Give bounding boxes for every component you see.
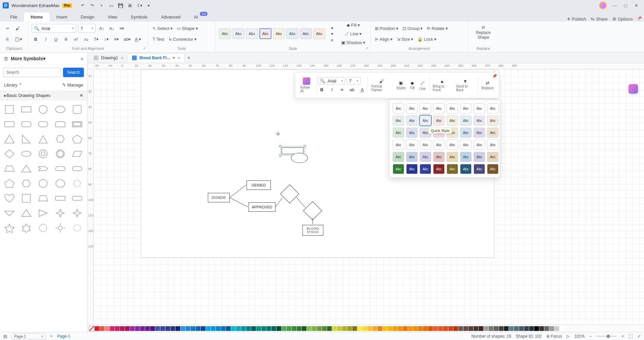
style-gallery-more[interactable]: ≡: [328, 37, 336, 43]
shape-star4b[interactable]: [70, 207, 84, 219]
shape-star5[interactable]: [3, 222, 16, 234]
style-gallery[interactable]: Abc Abc Abc Abc Abc Abc Abc Abc: [219, 28, 325, 39]
shrink-font-button[interactable]: A↓: [108, 24, 116, 32]
category-header[interactable]: ▸ Basic Drawing Shapes ✕: [0, 90, 87, 101]
tab-file[interactable]: File: [3, 12, 24, 22]
shape-rect[interactable]: [20, 103, 33, 115]
shape-star7[interactable]: [36, 222, 50, 234]
quick-style-cell[interactable]: Abc: [393, 140, 404, 150]
shape-pill[interactable]: [36, 118, 50, 130]
replace-shape-button[interactable]: ⇄Replace Shape: [472, 23, 495, 42]
close-tab-button[interactable]: ×: [178, 55, 180, 61]
color-swatch[interactable]: [100, 326, 104, 331]
color-swatch[interactable]: [170, 326, 175, 331]
connector-tool[interactable]: ↳ Connector ▾: [167, 35, 198, 43]
help-button[interactable]: ?: [638, 16, 640, 22]
canvas[interactable]: BLOOD BANK DONOR DENIED APPROVED BLOOD S…: [94, 69, 644, 325]
shape-gear[interactable]: [70, 222, 84, 234]
quick-style-cell[interactable]: Abc: [460, 140, 472, 150]
color-swatch[interactable]: [418, 326, 423, 331]
pin-icon[interactable]: 📌: [492, 74, 497, 78]
color-swatch[interactable]: [307, 326, 312, 331]
color-swatch[interactable]: [246, 326, 251, 331]
quick-style-cell[interactable]: Abc: [447, 152, 458, 162]
color-swatch[interactable]: [191, 326, 195, 331]
quick-style-cell[interactable]: Abc: [474, 103, 485, 113]
shape-hexagon2[interactable]: [20, 177, 33, 190]
color-swatch[interactable]: [201, 326, 205, 331]
qat-more-button[interactable]: ▾: [145, 1, 153, 9]
manage-button[interactable]: ✎ Manage: [62, 82, 83, 88]
format-painter-button[interactable]: 🖌: [13, 24, 22, 32]
quick-style-cell[interactable]: Abc: [406, 128, 418, 138]
color-swatch[interactable]: [125, 326, 130, 331]
quick-style-cell[interactable]: Abc: [420, 152, 431, 162]
color-swatch[interactable]: [135, 326, 140, 331]
color-swatch[interactable]: [529, 326, 534, 331]
quick-style-cell[interactable]: Abc: [447, 103, 458, 113]
node-donor[interactable]: DONOR: [208, 193, 230, 202]
color-swatch[interactable]: [261, 326, 266, 331]
color-swatch[interactable]: [130, 326, 135, 331]
color-swatch[interactable]: [448, 326, 453, 331]
color-swatch[interactable]: [226, 326, 231, 331]
color-swatch[interactable]: [277, 326, 281, 331]
color-swatch[interactable]: [433, 326, 438, 331]
fit-page-button[interactable]: ⛶: [629, 334, 633, 339]
color-swatch[interactable]: [544, 326, 549, 331]
quick-style-cell[interactable]: Abc: [433, 140, 445, 150]
font-family-select[interactable]: 🔍 Arial▾: [32, 24, 76, 33]
fullscreen-button[interactable]: ⤢: [637, 334, 641, 339]
quick-style-cell[interactable]: Abc: [487, 128, 498, 138]
color-swatch[interactable]: [413, 326, 418, 331]
color-swatch[interactable]: [150, 326, 155, 331]
bold-button[interactable]: B: [32, 35, 40, 43]
color-swatch[interactable]: [266, 326, 271, 331]
shape-chevron[interactable]: [36, 163, 50, 175]
node-approved[interactable]: APPROVED: [249, 202, 276, 212]
quick-style-cell[interactable]: Abc: [433, 115, 445, 126]
ctx-italic[interactable]: I: [328, 86, 336, 93]
style-dialog-launcher[interactable]: ↗: [365, 46, 368, 50]
user-avatar[interactable]: [599, 1, 607, 9]
shape-hexagon[interactable]: [54, 133, 67, 145]
color-swatch[interactable]: [549, 326, 554, 331]
align-button[interactable]: ⊫ Align ▾: [374, 35, 394, 43]
quick-style-cell[interactable]: Abc: [433, 103, 445, 113]
quick-style-cell[interactable]: Abc: [487, 115, 498, 126]
color-swatch[interactable]: [342, 326, 347, 331]
quick-style-cell[interactable]: Abc: [460, 152, 472, 162]
shape-triangle[interactable]: [3, 133, 16, 145]
color-swatch[interactable]: [484, 326, 488, 331]
color-swatch[interactable]: [428, 326, 433, 331]
color-swatch[interactable]: [352, 326, 357, 331]
color-swatch[interactable]: [297, 326, 301, 331]
shape-triangle-right[interactable]: [20, 133, 33, 145]
present-button[interactable]: ▷: [567, 334, 570, 339]
shape-triangle2[interactable]: [20, 207, 33, 219]
color-swatch[interactable]: [383, 326, 387, 331]
share-button[interactable]: ⇆ Share: [591, 16, 608, 22]
bullets-button[interactable]: ≡▾: [112, 35, 121, 43]
color-swatch[interactable]: [241, 326, 246, 331]
cut-button[interactable]: ✂: [3, 24, 11, 32]
color-swatch[interactable]: [110, 326, 115, 331]
quick-style-cell[interactable]: Abc: [487, 103, 498, 113]
publish-button[interactable]: ✈ Publish: [567, 16, 586, 22]
save-button[interactable]: 💾: [117, 1, 125, 9]
color-swatch[interactable]: [231, 326, 236, 331]
ctx-align[interactable]: ≡: [338, 86, 346, 93]
tab-symbols[interactable]: Symbols: [124, 12, 154, 22]
color-swatch[interactable]: [458, 326, 463, 331]
ctx-textdir[interactable]: ab: [348, 86, 356, 93]
color-swatch[interactable]: [155, 326, 160, 331]
shape-star4[interactable]: [54, 207, 67, 219]
ctx-styles[interactable]: ▣Styles: [394, 80, 408, 90]
style-swatch[interactable]: Abc: [313, 28, 325, 39]
color-swatch[interactable]: [287, 326, 291, 331]
symbol-search-button[interactable]: Search: [63, 68, 84, 77]
doc-tab[interactable]: Drawing1 ×: [90, 54, 128, 62]
color-swatch[interactable]: [332, 326, 337, 331]
zoom-slider[interactable]: [597, 336, 617, 337]
underline-button[interactable]: U: [52, 35, 60, 43]
